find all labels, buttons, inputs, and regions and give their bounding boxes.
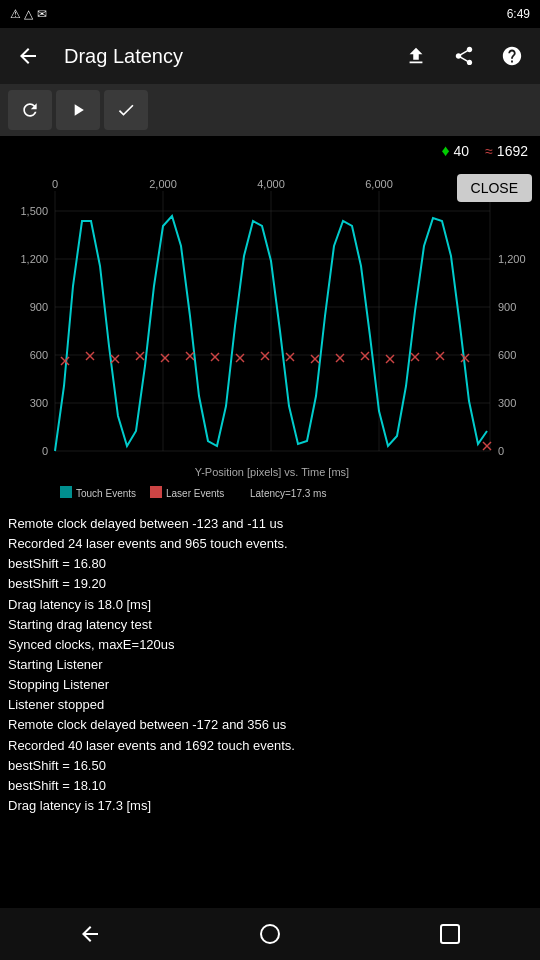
back-button[interactable] xyxy=(8,36,48,76)
log-line: bestShift = 19.20 xyxy=(8,574,532,594)
bottom-nav xyxy=(0,908,540,960)
svg-rect-101 xyxy=(441,925,459,943)
svg-text:300: 300 xyxy=(30,397,48,409)
help-button[interactable] xyxy=(492,36,532,76)
svg-text:2,000: 2,000 xyxy=(149,178,177,190)
toolbar xyxy=(0,84,540,136)
refresh-button[interactable] xyxy=(8,90,52,130)
share-button[interactable] xyxy=(444,36,484,76)
svg-text:0: 0 xyxy=(52,178,58,190)
log-area: Remote clock delayed between -123 and -1… xyxy=(0,506,540,908)
svg-text:300: 300 xyxy=(498,397,516,409)
home-nav-button[interactable] xyxy=(240,914,300,954)
status-time: 6:49 xyxy=(507,7,530,21)
log-line: Starting Listener xyxy=(8,655,532,675)
stat-value-1: 40 xyxy=(454,143,470,159)
red-dot-icon: ≈ xyxy=(485,143,493,159)
stat-red: ≈ 1692 xyxy=(485,143,528,159)
log-line: Recorded 40 laser events and 1692 touch … xyxy=(8,736,532,756)
svg-text:600: 600 xyxy=(30,349,48,361)
check-button[interactable] xyxy=(104,90,148,130)
chart-area: 1,500 1,200 900 600 300 0 1,200 900 600 … xyxy=(0,166,540,506)
legend-latency: Latency=17.3 ms xyxy=(250,488,326,499)
legend-touch-events: Touch Events xyxy=(76,488,136,499)
svg-text:6,000: 6,000 xyxy=(365,178,393,190)
svg-rect-98 xyxy=(60,486,72,498)
page-title: Drag Latency xyxy=(64,45,388,68)
green-dot-icon: ♦ xyxy=(441,142,449,160)
app-bar: Drag Latency xyxy=(0,28,540,84)
log-line: Remote clock delayed between -172 and 35… xyxy=(8,715,532,735)
status-right: 6:49 xyxy=(507,7,530,21)
play-button[interactable] xyxy=(56,90,100,130)
upload-button[interactable] xyxy=(396,36,436,76)
stat-green: ♦ 40 xyxy=(441,142,469,160)
svg-text:1,200: 1,200 xyxy=(498,253,526,265)
chart-x-axis-label: Y-Position [pixels] vs. Time [ms] xyxy=(195,466,349,478)
svg-text:0: 0 xyxy=(498,445,504,457)
svg-text:4,000: 4,000 xyxy=(257,178,285,190)
svg-text:600: 600 xyxy=(498,349,516,361)
log-line: Listener stopped xyxy=(8,695,532,715)
close-button[interactable]: CLOSE xyxy=(457,174,532,202)
status-notifications: ⚠ △ ✉ xyxy=(10,7,47,21)
log-line: Remote clock delayed between -123 and -1… xyxy=(8,514,532,534)
log-line: Starting drag latency test xyxy=(8,615,532,635)
stat-value-2: 1692 xyxy=(497,143,528,159)
log-line: Recorded 24 laser events and 965 touch e… xyxy=(8,534,532,554)
svg-text:1,500: 1,500 xyxy=(20,205,48,217)
log-line: Synced clocks, maxE=120us xyxy=(8,635,532,655)
svg-text:1,200: 1,200 xyxy=(20,253,48,265)
log-line: Drag latency is 17.3 [ms] xyxy=(8,796,532,816)
legend-laser-events: Laser Events xyxy=(166,488,224,499)
recents-nav-button[interactable] xyxy=(420,914,480,954)
svg-rect-0 xyxy=(0,166,540,506)
log-line: Stopping Listener xyxy=(8,675,532,695)
svg-rect-99 xyxy=(150,486,162,498)
svg-text:0: 0 xyxy=(42,445,48,457)
log-line: bestShift = 16.80 xyxy=(8,554,532,574)
svg-text:900: 900 xyxy=(30,301,48,313)
chart-svg: 1,500 1,200 900 600 300 0 1,200 900 600 … xyxy=(0,166,540,506)
log-line: bestShift = 18.10 xyxy=(8,776,532,796)
stats-bar: ♦ 40 ≈ 1692 xyxy=(0,136,540,166)
log-line: Drag latency is 18.0 [ms] xyxy=(8,595,532,615)
back-nav-button[interactable] xyxy=(60,914,120,954)
svg-point-100 xyxy=(261,925,279,943)
log-line: bestShift = 16.50 xyxy=(8,756,532,776)
status-bar: ⚠ △ ✉ 6:49 xyxy=(0,0,540,28)
svg-text:900: 900 xyxy=(498,301,516,313)
